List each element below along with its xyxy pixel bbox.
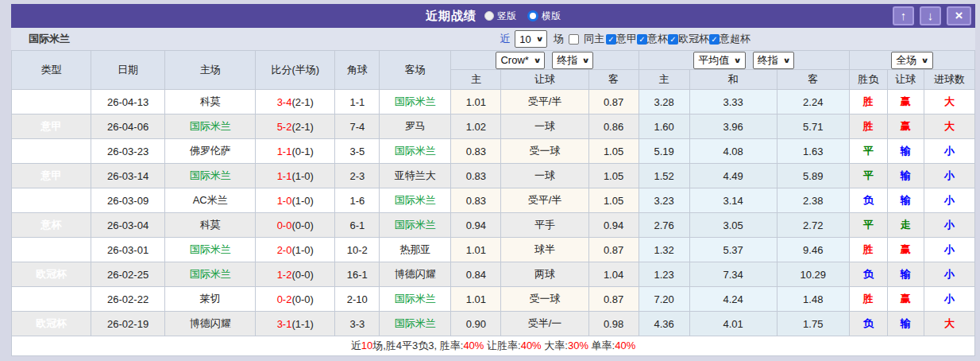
halftime-score: (0-0) bbox=[291, 269, 313, 281]
avg-home-odds: 2.76 bbox=[639, 213, 689, 238]
odds-home: 1.01 bbox=[451, 287, 501, 312]
league-checkbox[interactable]: ✓ bbox=[637, 34, 647, 45]
sub-header-avg-away: 客 bbox=[777, 70, 849, 90]
odds-away: 0.94 bbox=[588, 213, 639, 238]
league-badge: 意杯 bbox=[12, 213, 91, 238]
avg-draw-odds: 3.96 bbox=[689, 115, 777, 139]
same-home-checkbox[interactable] bbox=[569, 34, 579, 45]
summary-stat-value: 40% bbox=[463, 340, 484, 351]
summary-stat-label: 单率: bbox=[588, 340, 615, 351]
home-team: 国际米兰 bbox=[165, 238, 256, 262]
match-count-select[interactable]: 10 ∨ bbox=[515, 30, 547, 48]
away-team: 国际米兰 bbox=[380, 312, 451, 336]
filter-bar: 国际米兰 近 10 ∨ 场 同主 ✓意甲✓意杯✓欧冠杯✓意超杯 bbox=[11, 28, 975, 50]
match-row: 意甲26-04-13科莫3-4(2-1)1-1国际米兰1.01受平/半0.873… bbox=[12, 90, 975, 115]
move-up-button[interactable]: ↑ bbox=[893, 6, 914, 25]
final-index-select-1[interactable]: 终指 ∨ bbox=[552, 52, 593, 69]
away-team: 国际米兰 bbox=[380, 188, 451, 213]
fulltime-score: 0-2 bbox=[277, 293, 292, 305]
handicap-line: 一球 bbox=[501, 164, 588, 188]
score-cell: 5-2(2-1) bbox=[256, 115, 335, 139]
league-badge: 意甲 bbox=[12, 238, 91, 262]
chevron-down-icon: ∨ bbox=[921, 56, 929, 64]
col-header-type: 类型 bbox=[12, 51, 91, 90]
avg-away-odds: 1.75 bbox=[777, 312, 849, 336]
fulltime-score: 1-2 bbox=[277, 269, 292, 281]
result-outcome: 胜 bbox=[849, 90, 887, 115]
avg-draw-odds: 3.14 bbox=[689, 188, 777, 213]
result-goals: 小 bbox=[924, 213, 974, 238]
sub-header-avg-draw: 和 bbox=[689, 70, 777, 90]
move-down-button[interactable]: ↓ bbox=[920, 6, 941, 25]
odds-away: 0.87 bbox=[588, 287, 639, 312]
chevron-down-icon: ∨ bbox=[582, 56, 590, 64]
league-badge: 意甲 bbox=[12, 139, 91, 164]
match-date: 26-03-04 bbox=[91, 213, 165, 238]
view-vertical-option[interactable]: 竖版 bbox=[484, 10, 516, 23]
arrow-down-icon: ↓ bbox=[928, 9, 934, 22]
avg-draw-odds: 3.33 bbox=[689, 90, 777, 115]
score-cell: 3-1(1-1) bbox=[256, 312, 335, 336]
avg-draw-odds: 4.01 bbox=[689, 312, 777, 336]
match-date: 26-03-23 bbox=[91, 139, 165, 164]
handicap-line: 受平/半 bbox=[501, 188, 588, 213]
league-filter-item: ✓意甲 bbox=[606, 32, 637, 46]
score-cell: 1-1(1-0) bbox=[256, 164, 335, 188]
match-date: 26-03-09 bbox=[91, 188, 165, 213]
away-team: 国际米兰 bbox=[380, 213, 451, 238]
result-group-header: 全场 ∨ bbox=[849, 51, 974, 70]
odds-away: 0.86 bbox=[588, 115, 639, 139]
handicap-line: 受一球 bbox=[501, 139, 588, 164]
full-match-select[interactable]: 全场 ∨ bbox=[891, 52, 932, 69]
halftime-score: (0-1) bbox=[291, 146, 313, 157]
league-checkbox[interactable]: ✓ bbox=[606, 34, 616, 45]
away-team: 国际米兰 bbox=[380, 139, 451, 164]
avg-home-odds: 3.23 bbox=[639, 188, 689, 213]
chevron-down-icon: ∨ bbox=[734, 56, 742, 64]
radio-unselected-icon[interactable] bbox=[484, 11, 494, 21]
avg-away-odds: 10.29 bbox=[777, 262, 849, 287]
fulltime-score: 3-1 bbox=[277, 318, 292, 330]
league-checkbox[interactable]: ✓ bbox=[709, 34, 720, 45]
match-date: 26-02-19 bbox=[91, 312, 165, 336]
close-icon: × bbox=[955, 8, 963, 23]
league-filter-item: ✓欧冠杯 bbox=[668, 32, 709, 46]
avg-home-odds: 4.36 bbox=[639, 312, 689, 336]
radio-selected-icon[interactable] bbox=[527, 10, 538, 21]
sub-header-handicap: 让球 bbox=[501, 70, 588, 90]
odds-away: 0.87 bbox=[588, 238, 639, 262]
home-team: 国际米兰 bbox=[165, 115, 256, 139]
odds-group-header: Crow* ∨ 终指 ∨ bbox=[451, 51, 639, 70]
result-goals: 小 bbox=[924, 164, 974, 188]
average-select[interactable]: 平均值 ∨ bbox=[693, 52, 745, 69]
league-badge: 意甲 bbox=[12, 188, 91, 213]
filter-controls: 近 10 ∨ 场 同主 ✓意甲✓意杯✓欧冠杯✓意超杯 bbox=[500, 30, 750, 48]
handicap-line: 球半 bbox=[501, 238, 588, 262]
average-group-header: 平均值 ∨ 终指 ∨ bbox=[639, 51, 849, 70]
odds-away: 0.98 bbox=[588, 312, 639, 336]
score-cell: 0-2(0-0) bbox=[256, 287, 335, 312]
odds-home: 0.84 bbox=[451, 262, 501, 287]
results-table: 类型 日期 主场 比分(半场) 角球 客场 Crow* ∨ 终指 ∨ bbox=[11, 50, 975, 356]
result-handicap: 输 bbox=[887, 139, 924, 164]
final-index-select-2[interactable]: 终指 ∨ bbox=[753, 52, 794, 69]
average-value: 平均值 bbox=[698, 53, 729, 68]
summary-stat-value: 30% bbox=[568, 340, 588, 351]
league-badge: 意甲 bbox=[12, 90, 91, 115]
view-horizontal-option[interactable]: 横版 bbox=[527, 10, 561, 23]
corner-score: 10-2 bbox=[335, 238, 380, 262]
league-checkbox[interactable]: ✓ bbox=[668, 34, 678, 45]
result-handicap: 赢 bbox=[887, 90, 924, 115]
odds-home: 1.02 bbox=[451, 115, 501, 139]
league-badge: 意甲 bbox=[12, 115, 91, 139]
corner-score: 1-1 bbox=[335, 90, 380, 115]
handicap-line: 两球 bbox=[501, 262, 588, 287]
close-button[interactable]: × bbox=[947, 6, 971, 25]
bookmaker-select[interactable]: Crow* ∨ bbox=[496, 52, 545, 69]
away-team: 热那亚 bbox=[380, 238, 451, 262]
panel-titlebar: 近期战绩 竖版 横版 ↑ ↓ × bbox=[11, 4, 975, 28]
header-group-row: 类型 日期 主场 比分(半场) 角球 客场 Crow* ∨ 终指 ∨ bbox=[12, 51, 975, 70]
result-outcome: 负 bbox=[849, 188, 887, 213]
sub-header-outcome: 胜负 bbox=[849, 70, 887, 90]
avg-away-odds: 2.72 bbox=[777, 213, 849, 238]
